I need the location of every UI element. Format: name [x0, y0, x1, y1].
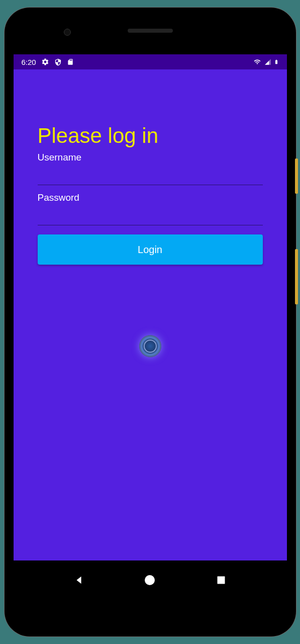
phone-side-button	[295, 158, 298, 194]
nav-recent-button[interactable]	[209, 568, 234, 593]
phone-speaker	[128, 29, 173, 33]
status-time: 6:20	[22, 58, 36, 66]
status-right	[253, 58, 279, 66]
username-field-group: Username	[38, 152, 263, 192]
assistant-orb-icon[interactable]	[139, 335, 161, 357]
svg-rect-1	[217, 577, 225, 584]
login-button[interactable]: Login	[38, 234, 263, 265]
screen: 6:20	[14, 17, 287, 627]
navigation-bar	[14, 560, 287, 600]
screen-bezel-bottom	[14, 600, 287, 627]
password-label: Password	[38, 192, 263, 203]
phone-side-button	[295, 249, 298, 304]
phone-camera	[64, 29, 71, 36]
sd-card-icon	[67, 58, 74, 66]
login-title: Please log in	[38, 124, 263, 148]
svg-point-0	[145, 575, 155, 585]
username-label: Username	[38, 152, 263, 163]
login-screen: Please log in Username Password Login	[14, 69, 287, 560]
signal-icon	[264, 58, 272, 65]
password-input[interactable]	[38, 206, 263, 225]
status-bar: 6:20	[14, 54, 287, 69]
battery-icon	[274, 58, 279, 66]
wifi-icon	[253, 58, 262, 65]
screen-bezel-top	[14, 17, 287, 54]
nav-home-button[interactable]	[137, 568, 162, 593]
username-input[interactable]	[38, 166, 263, 185]
settings-icon	[41, 58, 49, 66]
shield-icon	[54, 58, 62, 66]
phone-frame: 6:20	[5, 8, 296, 636]
password-field-group: Password	[38, 192, 263, 232]
status-left: 6:20	[22, 58, 74, 66]
nav-back-button[interactable]	[66, 568, 91, 593]
